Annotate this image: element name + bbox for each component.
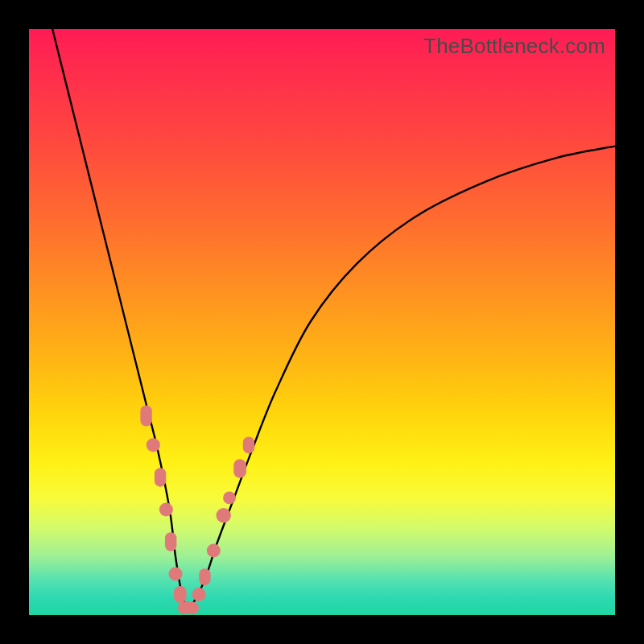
data-marker xyxy=(155,468,166,487)
data-marker xyxy=(174,586,187,603)
data-marker xyxy=(147,438,160,452)
watermark-text: TheBottleneck.com xyxy=(423,34,605,59)
data-marker xyxy=(233,459,246,478)
data-marker xyxy=(217,508,231,522)
data-marker xyxy=(192,588,206,601)
data-marker xyxy=(243,436,254,453)
data-marker xyxy=(199,568,210,585)
data-marker xyxy=(223,492,236,505)
chart-frame: TheBottleneck.com xyxy=(0,0,644,644)
data-marker xyxy=(140,405,151,426)
bottleneck-curve xyxy=(52,29,615,609)
data-marker xyxy=(165,532,176,551)
data-marker xyxy=(168,568,182,581)
data-marker xyxy=(207,543,221,557)
data-marker xyxy=(178,601,199,614)
marker-layer xyxy=(140,405,254,614)
data-marker xyxy=(159,502,173,516)
chart-svg xyxy=(29,29,615,615)
plot-area: TheBottleneck.com xyxy=(29,29,615,615)
